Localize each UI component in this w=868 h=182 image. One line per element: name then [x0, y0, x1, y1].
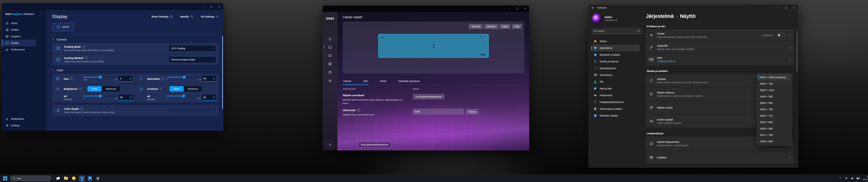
sidebar-item-tilit[interactable]: Tilit	[591, 78, 640, 85]
help-icon[interactable]: ?	[85, 57, 88, 60]
help-icon[interactable]: ?	[79, 87, 82, 90]
tab-yleinen[interactable]: Yleinen	[343, 79, 352, 84]
scaling-method-select[interactable]: Preserve Aspect Ratio	[169, 57, 216, 62]
palauta-button[interactable]: Palauta	[466, 109, 479, 115]
contrast-mode-toggle[interactable]: Basic Advanced	[169, 86, 202, 92]
igcc-settings-tab[interactable]	[322, 77, 338, 84]
os-settings-link[interactable]: OS Settings	[201, 15, 219, 18]
help-icon[interactable]: ?	[70, 77, 73, 80]
taskbar-clock[interactable]: 20.09 27.3.2025	[863, 176, 868, 181]
tray-chevron-icon[interactable]	[839, 177, 842, 180]
sidebar-item-aloitus[interactable]: Aloitus	[591, 38, 640, 44]
sidebar-item-jarjestelma[interactable]: Järjestelmä	[591, 45, 640, 51]
slider-knob[interactable]	[99, 95, 102, 98]
back-arrow-icon[interactable]	[591, 7, 594, 9]
tab-tiedot[interactable]: Tiedot	[379, 79, 387, 84]
maximize-icon[interactable]	[516, 8, 518, 10]
display-device-button[interactable]: VE247	[52, 23, 74, 31]
close-icon[interactable]	[793, 7, 795, 9]
igs-scrollbar[interactable]	[222, 36, 223, 109]
grafiikka-card[interactable]: Grafiikka	[646, 151, 794, 164]
battery-icon[interactable]	[857, 177, 860, 179]
color-format-select[interactable]: RGB	[413, 109, 464, 115]
igs-titlebar[interactable]	[2, 3, 223, 10]
taskbar-search[interactable]: Hae	[10, 176, 51, 181]
maximize-icon[interactable]	[211, 6, 213, 8]
help-icon[interactable]: ?	[161, 77, 164, 80]
maximize-icon[interactable]	[785, 7, 787, 9]
minimize-icon[interactable]	[203, 6, 205, 8]
basic-option[interactable]: Basic	[88, 86, 101, 92]
yovalo-card[interactable]: Yövalo Käytä lämpimämpiä värejä sinisen …	[646, 30, 794, 41]
resolution-option-selected[interactable]: 5040 × 1050 (suositus)	[757, 74, 791, 80]
help-icon[interactable]: ?	[159, 87, 162, 90]
advanced-option[interactable]: Advanced	[101, 86, 120, 92]
close-icon[interactable]	[524, 8, 526, 10]
slider-knob[interactable]	[183, 76, 186, 78]
monitor-preview[interactable]: ★ • • • 1 intel	[378, 34, 489, 58]
brightness-value-input[interactable]: 50	[119, 95, 133, 101]
color-section-header[interactable]: Color	[53, 69, 223, 72]
spinner-icon[interactable]	[213, 77, 215, 80]
help-icon[interactable]: ?	[82, 45, 85, 48]
sidebar-item-verkko[interactable]: Verkko ja Internet	[591, 58, 640, 65]
intel-graphics-software-button[interactable]	[79, 175, 85, 181]
identify-button[interactable]: Identify	[180, 15, 193, 18]
color-depth-select[interactable]	[169, 107, 216, 113]
sidebar-item-tietosuoja[interactable]: Tietosuoja ja suojaus	[591, 106, 640, 112]
sidebar-item-helppokayttotoiminnot[interactable]: Helppokäyttötoiminnot	[591, 99, 640, 105]
brightness-slider[interactable]: 0100	[83, 96, 118, 100]
brightness-mode-toggle[interactable]: Basic Advanced	[88, 86, 120, 92]
igcc-media-tab[interactable]	[322, 52, 338, 60]
sidebar-item-profiles[interactable]: Profiles	[2, 27, 36, 33]
wifi-icon[interactable]	[845, 177, 848, 180]
more-options-icon[interactable]: • • •	[480, 35, 486, 38]
hue-slider[interactable]: -180180	[83, 77, 118, 81]
hue-value-input[interactable]: 0	[119, 76, 133, 82]
hdr-card[interactable]: HDR HDR Lisätietoja HDR:stä	[646, 54, 794, 65]
resolution-option[interactable]: 3840 × 720	[757, 112, 791, 119]
file-explorer-button[interactable]	[63, 175, 69, 181]
contrast-slider[interactable]: 0100	[166, 96, 201, 100]
igcc-help-tab[interactable]	[322, 68, 338, 76]
open-system-settings-footer-button[interactable]: Avaa järjestelmäasetukset	[358, 142, 391, 148]
resolution-option[interactable]: 3840 × 800	[757, 100, 791, 106]
settings-scrollbar[interactable]	[797, 31, 797, 72]
hdr-learn-more-link[interactable]: Lisätietoja HDR:stä	[657, 60, 676, 63]
breadcrumb-parent[interactable]: Järjestelmä	[646, 13, 674, 19]
ohje-button[interactable]: Ohje	[512, 24, 522, 29]
havaitse-button[interactable]: Havaitse	[484, 24, 498, 29]
tunnista-button[interactable]: Tunnista	[469, 24, 483, 29]
settings-app-button[interactable]	[95, 175, 101, 181]
sidebar-item-aika-ja-kieli[interactable]: Aika ja kieli	[591, 85, 640, 92]
intel-command-center-button[interactable]	[87, 175, 93, 181]
general-section-header[interactable]: General	[53, 38, 223, 41]
contrast-value-input[interactable]: 50	[202, 95, 216, 101]
sidebar-item-sovellukset[interactable]: Sovellukset	[591, 72, 640, 78]
resolution-option[interactable]: 3840 × 960	[757, 93, 791, 100]
tab-vari[interactable]: Väri	[363, 79, 368, 84]
slider-knob[interactable]	[99, 76, 102, 78]
open-system-settings-button[interactable]: Avaa järjestelmäasetukset	[413, 94, 444, 100]
start-button[interactable]	[3, 176, 7, 180]
saturation-value-input[interactable]: 50	[202, 76, 216, 82]
sidebar-item-home[interactable]: Home	[2, 20, 36, 27]
scaling-mode-select[interactable]: GPU Scaling	[169, 46, 216, 51]
user-account[interactable]: Holeri Paikallinen tili	[592, 13, 644, 24]
resolution-option[interactable]: 3456 × 864	[757, 125, 791, 132]
firefox-button[interactable]	[71, 175, 77, 181]
night-light-toggle[interactable]	[777, 33, 785, 37]
resolution-option[interactable]: 4080 × 768	[757, 80, 791, 87]
sidebar-item-display[interactable]: Display	[2, 40, 36, 46]
igcc-titlebar[interactable]	[322, 5, 529, 12]
minimize-icon[interactable]	[777, 7, 779, 9]
spinner-icon[interactable]	[130, 96, 131, 99]
sidebar-item-windows-update[interactable]: Windows Update	[591, 112, 640, 119]
help-icon[interactable]: ?	[357, 109, 360, 112]
volume-icon[interactable]	[851, 177, 854, 180]
sidebar-item-notifications[interactable]: Notifications	[2, 116, 36, 122]
resolution-option[interactable]: 3072 × 768	[757, 132, 791, 138]
sidebar-item-graphics[interactable]: Graphics	[2, 33, 36, 40]
sidebar-item-bluetooth[interactable]: Bluetooth ja laitteet	[591, 51, 640, 58]
igcc-apps-tab[interactable]	[322, 60, 338, 68]
